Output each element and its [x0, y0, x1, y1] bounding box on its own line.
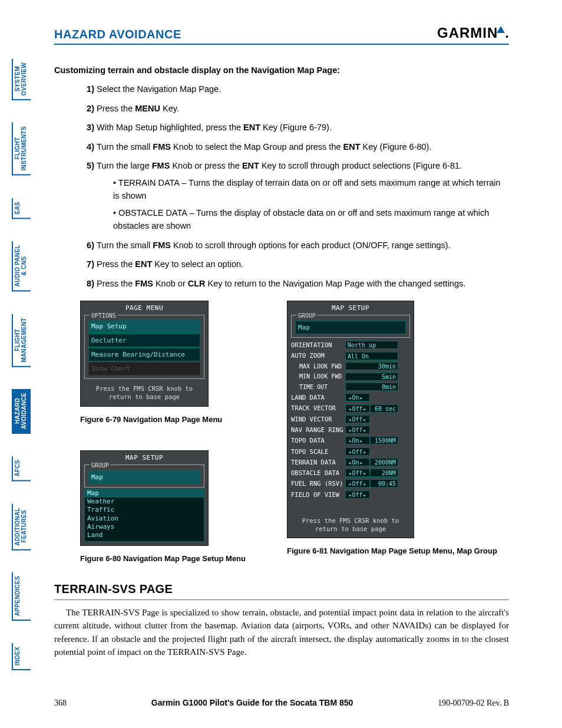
dropdown-item: Aviation [87, 515, 201, 523]
step-3: 3)With Map Setup highlighted, press the … [80, 121, 509, 134]
setting-value: ◂Off▸ [345, 426, 370, 434]
logo-triangle-icon [497, 26, 505, 33]
dropdown-item: Traffic [87, 506, 201, 514]
menu-measure: Measure Bearing/Distance [88, 348, 200, 361]
fig-79-caption: Figure 6-79 Navigation Map Page Menu [80, 414, 246, 426]
step-8: 8)Press the FMS Knob or CLR Key to retur… [80, 277, 509, 290]
page-footer: 368 Garmin G1000 Pilot's Guide for the S… [54, 698, 509, 708]
bullet-obstacle: OBSTACLE DATA – Turns the display of obs… [113, 206, 509, 233]
step-4: 4)Turn the small FMS Knob to select the … [80, 140, 509, 153]
figure-left-column: PAGE MENU OPTIONS Map Setup Declutter Me… [80, 301, 246, 565]
setting-label: FIELD OF VIEW [291, 490, 345, 499]
step-2: 2)Press the MENU Key. [80, 102, 509, 115]
setting-value: All On [345, 352, 398, 360]
tab-additional-features[interactable]: ADDITIONAL FEATURES [12, 504, 31, 551]
setting-value-2: 60 sec [370, 404, 398, 413]
procedure-heading: Customizing terrain and obstacle display… [54, 64, 509, 77]
tab-afcs[interactable]: AFCS [12, 456, 31, 481]
setting-label: FUEL RNG (RSV) [291, 479, 345, 488]
fig-81-hint: Press the FMS CRSR knob to return to bas… [287, 513, 414, 538]
setting-value-2: 20NM [370, 469, 398, 477]
step-1: 1)Select the Navigation Map Page. [80, 83, 509, 95]
dropdown-item: Map [85, 489, 204, 498]
logo-dot: . [505, 25, 509, 41]
menu-show-chart: Show Chart [88, 362, 200, 375]
terrain-svs-body: The TERRAIN-SVS Page is specialized to s… [54, 606, 509, 659]
setting-label: MAX LOOK FWD [291, 362, 345, 371]
setting-value: 5min [345, 373, 398, 381]
tab-flight-instruments[interactable]: FLIGHT INSTRUMENTS [12, 123, 31, 176]
tab-system-overview[interactable]: SYSTEM OVERVIEW [12, 59, 31, 100]
setting-value: ◂Off▸ [345, 479, 370, 487]
page-header: HAZARD AVOIDANCE GARMIN . [54, 25, 509, 45]
footer-rev: 190-00709-02 Rev. B [438, 699, 509, 708]
fig-80-group: GROUP Map [84, 465, 204, 487]
fig-81-caption: Figure 6-81 Navigation Map Page Setup Me… [287, 545, 497, 557]
setting-label: TIME OUT [291, 383, 345, 392]
tab-index[interactable]: INDEX [12, 643, 31, 670]
setting-value: ◂On▸ [345, 458, 370, 466]
setting-label: TOPO SCALE [291, 447, 345, 456]
setting-value: ◂Off▸ [345, 415, 370, 423]
page-number: 368 [54, 699, 67, 708]
setting-value: ◂On▸ [345, 393, 370, 401]
setting-value: 0min [345, 383, 398, 391]
setting-label: AUTO ZOOM [291, 351, 345, 360]
setting-value-2: 1500NM [370, 436, 398, 444]
setting-value: ◂Off▸ [345, 447, 370, 456]
menu-map-setup: Map Setup [88, 319, 200, 333]
step-6: 6)Turn the small FMS Knob to scroll thro… [80, 239, 509, 252]
page-content: Customizing terrain and obstacle display… [54, 64, 509, 659]
bullet-terrain: TERRAIN DATA – Turns the display of terr… [113, 176, 509, 203]
setting-label: LAND DATA [291, 393, 345, 402]
setting-value: ◂On▸ [345, 436, 370, 444]
figure-right-column: MAP SETUP GROUP Map ORIENTATIONNorth upA… [287, 301, 497, 557]
fig-79-options: OPTIONS Map Setup Declutter Measure Bear… [84, 315, 204, 379]
setting-value: ◂Off▸ [345, 469, 370, 477]
setting-label: TERRAIN DATA [291, 457, 345, 467]
figure-row: PAGE MENU OPTIONS Map Setup Declutter Me… [54, 301, 509, 565]
fig-80-caption: Figure 6-80 Navigation Map Page Setup Me… [80, 553, 246, 565]
tab-audio-panel-cns[interactable]: AUDIO PANEL & CNS [12, 241, 31, 291]
tab-flight-management[interactable]: FLIGHT MANAGEMENT [12, 314, 31, 367]
fig-80-box: MAP SETUP GROUP Map MapWeatherTrafficAvi… [80, 450, 209, 546]
procedure-list: 1)Select the Navigation Map Page. 2)Pres… [54, 83, 509, 290]
terrain-svs-section: TERRAIN-SVS PAGE The TERRAIN-SVS Page is… [54, 580, 509, 659]
fig-79-box: PAGE MENU OPTIONS Map Setup Declutter Me… [80, 301, 209, 407]
setting-label: OBSTACLE DATA [291, 468, 345, 477]
setting-value: ◂Off▸ [345, 490, 370, 499]
tab-eas[interactable]: EAS [12, 198, 31, 219]
group-selected: Map [88, 470, 200, 484]
fig-81-group: GROUP Map [291, 315, 410, 338]
side-tabs: SYSTEM OVERVIEWFLIGHT INSTRUMENTSEASAUDI… [12, 59, 31, 693]
dropdown-item: Airways [87, 523, 201, 531]
setting-label: NAV RANGE RING [291, 425, 345, 434]
garmin-logo: GARMIN . [437, 25, 509, 41]
step-7: 7)Press the ENT Key to select an option. [80, 258, 509, 271]
setting-value: North up [345, 341, 398, 349]
fig-81-settings: ORIENTATIONNorth upAUTO ZOOMAll OnMAX LO… [291, 340, 410, 499]
section-title: HAZARD AVOIDANCE [54, 28, 181, 41]
tab-hazard-avoidance[interactable]: HAZARD AVOIDANCE [12, 389, 31, 434]
fig-79-hint: Press the FMS CRSR knob to return to bas… [81, 381, 208, 406]
group-dropdown: MapWeatherTrafficAviationAirwaysLand [84, 489, 204, 542]
setting-label: MIN LOOK FWD [291, 372, 345, 381]
logo-text: GARMIN [437, 25, 498, 41]
setting-label: ORIENTATION [291, 340, 345, 350]
setting-value: 30min [345, 362, 398, 370]
menu-declutter: Declutter [88, 334, 200, 347]
setting-label: TOPO DATA [291, 436, 345, 445]
dropdown-item: Weather [87, 498, 201, 506]
step-5: 5)Turn the large FMS Knob or press the E… [80, 159, 509, 232]
group-value: Map [295, 321, 406, 334]
dropdown-item: Land [87, 531, 201, 539]
setting-value: ◂Off▸ [345, 404, 370, 413]
terrain-svs-title: TERRAIN-SVS PAGE [54, 580, 509, 600]
fig-81-box: MAP SETUP GROUP Map ORIENTATIONNorth upA… [287, 301, 414, 538]
footer-title: Garmin G1000 Pilot's Guide for the Socat… [151, 698, 353, 707]
setting-value-2: 2000NM [370, 458, 398, 466]
setting-label: WIND VECTOR [291, 414, 345, 424]
step-5-bullets: TERRAIN DATA – Turns the display of terr… [97, 176, 509, 233]
setting-value-2: 00:45 [370, 479, 398, 487]
tab-appendices[interactable]: APPENDICES [12, 572, 31, 621]
